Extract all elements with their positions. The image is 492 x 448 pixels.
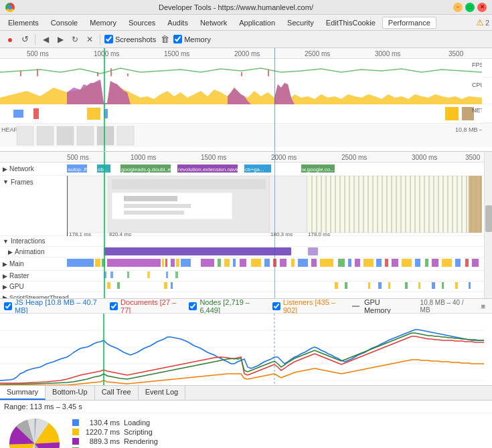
maximize-button[interactable]: □ (465, 3, 475, 12)
chrome-icon (5, 3, 15, 12)
svg-rect-101 (452, 176, 453, 233)
memory-checkbox-label[interactable]: Memory (173, 35, 211, 43)
svg-rect-71 (311, 176, 313, 233)
svg-rect-158 (335, 282, 338, 289)
bottom-panel: Summary Bottom-Up Call Tree Event Log Ra… (0, 386, 492, 448)
svg-text:cb+ga...: cb+ga... (245, 166, 264, 173)
svg-rect-163 (405, 282, 408, 289)
nodes-legend[interactable]: Nodes [2,719 – 6,449] (189, 298, 264, 314)
track-gpu-label[interactable]: ▶ GPU (0, 283, 67, 290)
track-scrollbar-thumb[interactable] (485, 205, 492, 232)
tab-call-tree[interactable]: Call Tree (95, 386, 139, 400)
listeners-checkbox[interactable] (272, 302, 280, 310)
menu-performance[interactable]: Performance (382, 17, 436, 29)
menu-memory[interactable]: Memory (84, 17, 122, 28)
svg-rect-130 (298, 259, 308, 267)
warning-icon: ⚠ (476, 17, 484, 27)
svg-text:1500 ms: 1500 ms (164, 50, 189, 58)
js-heap-legend[interactable]: JS Heap [10.8 MB – 40.7 MB] (4, 298, 102, 314)
svg-rect-27 (445, 107, 459, 120)
track-main-label[interactable]: ▶ Main (0, 260, 67, 267)
track-network: ▶ Network autop..ff ob... googleads.g.do… (0, 162, 492, 176)
screenshots-checkbox[interactable] (104, 35, 113, 43)
scripting-ms: 1220.7 ms (83, 428, 120, 436)
svg-rect-98 (438, 176, 439, 233)
bottom-content: 3335 ms 130.4 ms Loading 1220.7 ms Scrip… (0, 413, 492, 448)
track-frames-label[interactable]: ▼ Frames (0, 176, 67, 236)
scripting-label: Scripting (124, 428, 153, 436)
js-heap-checkbox[interactable] (4, 302, 12, 310)
nodes-checkbox[interactable] (189, 302, 197, 310)
svg-rect-93 (414, 176, 416, 233)
track-script-label[interactable]: ▶ ScriptStreamerThread (0, 294, 67, 300)
track-animation-label[interactable]: ▶ Animation (0, 248, 67, 255)
track-animation: ▶ Animation (0, 247, 492, 257)
svg-rect-72 (316, 176, 317, 233)
svg-rect-84 (372, 176, 374, 233)
track-network-label[interactable]: ▶ Network (0, 165, 67, 173)
menu-editthiscookie[interactable]: EditThisCookie (321, 17, 381, 28)
svg-text:10.8 MB – 40 / MB: 10.8 MB – 40 / MB (455, 126, 482, 133)
stop-button[interactable]: ✕ (84, 33, 96, 45)
svg-rect-65 (124, 211, 184, 215)
svg-rect-156 (164, 282, 167, 289)
toolbar: ● ↺ ◀ ▶ ↻ ✕ Screenshots 🗑 Memory (0, 31, 492, 48)
window-controls: − □ ✕ (453, 3, 487, 12)
svg-rect-87 (386, 176, 388, 233)
menu-console[interactable]: Console (46, 17, 83, 28)
track-interactions-label[interactable]: ▼ Interactions (0, 237, 67, 245)
svg-rect-117 (171, 259, 175, 267)
timeline-cursor (104, 48, 105, 151)
tab-summary[interactable]: Summary (0, 386, 46, 400)
svg-rect-82 (363, 176, 364, 233)
svg-rect-23 (13, 110, 23, 118)
close-button[interactable]: ✕ (477, 3, 487, 12)
tab-bottom-up[interactable]: Bottom-Up (46, 386, 95, 400)
svg-rect-110 (308, 247, 318, 255)
minimize-button[interactable]: − (453, 3, 463, 12)
screenshots-checkbox-label[interactable]: Screenshots (104, 35, 156, 43)
svg-rect-80 (353, 176, 355, 233)
track-raster-label[interactable]: ▶ Raster (0, 272, 67, 279)
memory-options-button[interactable]: ≡ (479, 301, 488, 312)
record-button[interactable]: ● (4, 33, 16, 45)
svg-rect-104 (466, 176, 467, 233)
menu-application[interactable]: Application (234, 17, 280, 28)
svg-rect-34 (57, 126, 74, 145)
menu-audits[interactable]: Audits (162, 17, 193, 28)
svg-rect-67 (270, 176, 307, 233)
svg-rect-79 (349, 176, 350, 233)
svg-rect-154 (107, 282, 110, 289)
track-marker (274, 152, 275, 298)
menu-elements[interactable]: Elements (3, 17, 44, 28)
svg-rect-164 (418, 282, 420, 289)
menu-network[interactable]: Network (195, 17, 232, 28)
reload-record-button[interactable]: ↺ (19, 33, 31, 45)
listeners-legend[interactable]: Listeners [435 – 902] (272, 298, 344, 314)
svg-text:178.1 ms: 178.1 ms (69, 231, 91, 236)
documents-checkbox[interactable] (110, 302, 118, 310)
reload-button[interactable]: ↻ (69, 33, 81, 45)
track-interactions: ▼ Interactions (0, 236, 492, 247)
svg-rect-99 (442, 176, 444, 233)
menu-sources[interactable]: Sources (123, 17, 161, 28)
svg-text:500 ms: 500 ms (67, 154, 89, 161)
svg-rect-8 (20, 71, 21, 76)
rendering-color (72, 438, 79, 445)
back-button[interactable]: ◀ (39, 33, 52, 45)
svg-rect-147 (472, 259, 479, 267)
forward-button[interactable]: ▶ (54, 33, 66, 45)
svg-rect-144 (442, 259, 452, 267)
svg-text:2500 ms: 2500 ms (305, 50, 330, 58)
svg-rect-140 (402, 259, 412, 267)
track-script-streamer: ▶ ScriptStreamerThread (0, 292, 492, 299)
tab-event-log[interactable]: Event Log (139, 386, 186, 400)
rendering-label: Rendering (124, 437, 158, 445)
memory-checkbox[interactable] (173, 35, 182, 43)
svg-text:1500 ms: 1500 ms (201, 154, 226, 161)
documents-legend[interactable]: Documents [27 – 77] (110, 298, 181, 314)
track-scrollbar[interactable] (484, 152, 492, 298)
menu-security[interactable]: Security (282, 17, 319, 28)
clear-button[interactable]: 🗑 (159, 33, 171, 45)
svg-rect-88 (391, 176, 392, 233)
